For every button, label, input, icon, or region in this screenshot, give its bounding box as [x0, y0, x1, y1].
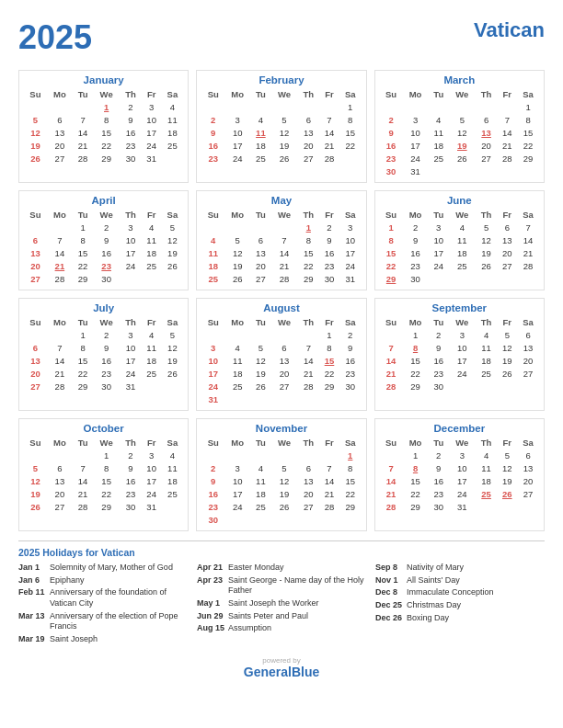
calendar-day: 28 [380, 500, 403, 513]
calendar-day: 17 [224, 139, 250, 152]
day-header: We [271, 316, 298, 328]
calendar-day: 24 [449, 487, 476, 500]
calendar-day [297, 100, 319, 113]
calendar-day: 16 [93, 246, 120, 259]
calendar-table: SuMoTuWeThFrSa12345678910111213141516171… [24, 437, 183, 513]
calendar-day [380, 328, 403, 341]
calendar-day: 9 [380, 126, 403, 139]
calendar-day: 31 [449, 500, 476, 513]
month-block-august: AugustSuMoTuWeThFrSa12345678910111213141… [196, 298, 366, 411]
calendar-day: 30 [319, 272, 339, 285]
calendar-day: 18 [161, 126, 183, 139]
calendar-day: 19 [497, 354, 517, 367]
day-header: Su [380, 316, 403, 328]
calendar-day: 4 [201, 233, 224, 246]
calendar-day: 18 [429, 139, 449, 152]
calendar-day: 27 [297, 500, 319, 513]
calendar-day: 18 [476, 354, 498, 367]
day-header: Mo [403, 88, 429, 100]
calendar-day: 20 [24, 367, 47, 380]
calendar-day: 24 [120, 367, 142, 380]
calendars-grid: JanuarySuMoTuWeThFrSa1234567891011121314… [18, 70, 545, 531]
calendar-day: 6 [297, 461, 319, 474]
calendar-day [271, 328, 298, 341]
day-header: Mo [47, 209, 73, 221]
calendar-day: 17 [429, 246, 449, 259]
day-header: Tu [429, 437, 449, 449]
calendar-day: 14 [297, 354, 319, 367]
calendar-day [271, 100, 298, 113]
calendar-day: 26 [161, 259, 183, 272]
day-header: Mo [47, 437, 73, 449]
calendar-day [449, 272, 476, 285]
month-block-april: AprilSuMoTuWeThFrSa123456789101112131415… [18, 190, 189, 290]
calendar-day [250, 513, 270, 526]
calendar-day: 5 [161, 328, 183, 341]
day-header: Th [120, 209, 142, 221]
calendar-day: 9 [403, 233, 429, 246]
calendar-day: 15 [403, 354, 429, 367]
calendar-day [429, 100, 449, 113]
calendar-day: 27 [47, 152, 73, 165]
calendar-day: 10 [142, 113, 162, 126]
calendar-day: 15 [403, 474, 429, 487]
day-header: Fr [497, 88, 517, 100]
calendar-day: 27 [47, 500, 73, 513]
holiday-date: Feb 11 [18, 587, 46, 597]
calendar-day: 28 [73, 500, 93, 513]
calendar-day: 1 [339, 100, 362, 113]
calendar-day: 12 [24, 126, 47, 139]
day-header: Sa [517, 88, 539, 100]
calendar-day: 13 [297, 474, 319, 487]
holiday-item: Aug 15Assumption [197, 623, 366, 634]
calendar-day: 7 [73, 113, 93, 126]
day-header: We [449, 316, 476, 328]
holiday-date: Mar 19 [18, 634, 46, 643]
calendar-day: 13 [517, 341, 539, 354]
holiday-date: Dec 8 [375, 587, 403, 597]
calendar-day: 19 [271, 487, 298, 500]
holiday-date: Aug 15 [197, 623, 224, 632]
calendar-day [224, 392, 250, 405]
calendar-day: 20 [271, 367, 298, 380]
calendar-day: 11 [161, 461, 183, 474]
day-header: Th [297, 88, 319, 100]
day-header: Sa [339, 88, 362, 100]
calendar-day [497, 272, 517, 285]
calendar-day: 23 [93, 367, 120, 380]
calendar-day: 30 [93, 380, 120, 392]
calendar-day [476, 100, 498, 113]
calendar-day: 29 [297, 272, 319, 285]
calendar-day: 18 [449, 246, 476, 259]
calendar-day: 12 [271, 474, 298, 487]
calendar-day [429, 165, 449, 177]
calendar-day: 7 [497, 113, 517, 126]
month-name: February [201, 74, 361, 85]
calendar-day [201, 221, 224, 233]
calendar-day: 30 [339, 380, 362, 392]
month-name: December [380, 423, 539, 434]
calendar-day: 15 [380, 246, 403, 259]
calendar-day [73, 100, 93, 113]
day-header: Su [24, 316, 47, 328]
calendar-day: 7 [297, 341, 319, 354]
calendar-day: 28 [380, 380, 403, 392]
calendar-day: 5 [476, 221, 498, 233]
day-header: Fr [319, 316, 339, 328]
calendar-day: 30 [429, 380, 449, 392]
holiday-date: Jan 6 [18, 575, 46, 585]
day-header: Tu [73, 209, 93, 221]
calendar-day: 21 [380, 367, 403, 380]
holiday-date: Apr 23 [197, 575, 224, 585]
calendar-day: 29 [517, 152, 539, 165]
calendar-day: 2 [403, 221, 429, 233]
calendar-day [161, 152, 183, 165]
calendar-day: 25 [250, 152, 270, 165]
calendar-day: 22 [93, 487, 120, 500]
calendar-day: 26 [497, 367, 517, 380]
calendar-day [339, 392, 362, 405]
calendar-day: 23 [201, 152, 224, 165]
calendar-day: 31 [201, 392, 224, 405]
calendar-day: 2 [339, 328, 362, 341]
calendar-day [250, 221, 270, 233]
